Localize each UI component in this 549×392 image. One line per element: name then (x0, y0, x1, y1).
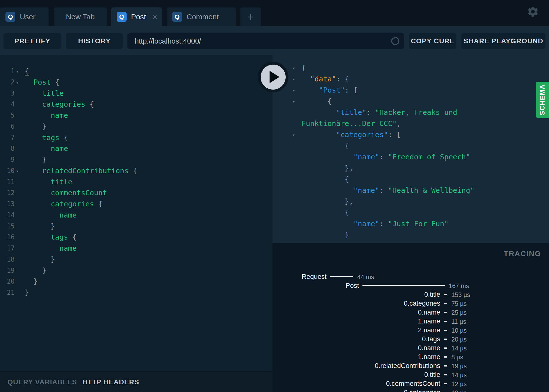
trace-field-label: 0.title (424, 370, 440, 379)
code-token: { (129, 167, 137, 175)
code-token: "name" (354, 186, 380, 195)
endpoint-url-input[interactable] (127, 33, 404, 49)
plus-icon: + (247, 10, 254, 24)
line-number: 5 (0, 110, 15, 121)
prettify-button[interactable]: PRETTIFY (3, 33, 61, 49)
line-number: 16 (0, 232, 15, 243)
line-number: 4 (0, 99, 15, 110)
copy-curl-button[interactable]: COPY CURL (409, 33, 456, 49)
code-token: "name" (354, 220, 380, 228)
code-token: } (25, 277, 38, 286)
execute-query-button[interactable] (258, 62, 288, 92)
fold-arrow-icon[interactable]: ▾ (292, 74, 295, 85)
code-token: } (25, 155, 46, 164)
query-editor[interactable]: 1▾{2▾ Post {3 title4 categories {5 name6… (0, 55, 273, 371)
endpoint-url-box (127, 33, 404, 49)
code-token: } (25, 266, 46, 275)
trace-row: Post167 ms (273, 281, 549, 290)
response-line: ▾ "Post": [ (273, 85, 549, 96)
tab-comment[interactable]: QComment (167, 7, 236, 26)
query-code: } (25, 265, 46, 276)
query-code: relatedContributions { (25, 165, 137, 176)
response-line: ] (273, 241, 549, 243)
query-badge: Q (117, 12, 127, 22)
query-code: } (25, 287, 29, 298)
fold-arrow-icon[interactable]: ▾ (292, 96, 295, 107)
new-tab-button[interactable]: + (240, 7, 261, 26)
tab-post[interactable]: QPost× (111, 7, 162, 26)
code-token (25, 244, 59, 252)
code-token: "data" (310, 75, 336, 83)
tab-new-tab[interactable]: New Tab (54, 7, 107, 26)
toolbar: PRETTIFY HISTORY COPY CURL SHARE PLAYGRO… (0, 26, 549, 55)
trace-duration-bar (330, 276, 353, 277)
schema-sidebar-tab[interactable]: SCHEMA (536, 82, 549, 118)
code-token: : { (336, 75, 349, 83)
query-code: name (25, 143, 68, 154)
settings-button[interactable] (527, 5, 539, 18)
reload-schema-button[interactable] (389, 35, 401, 47)
trace-duration-value: 8 µs (451, 353, 463, 362)
code-token: { (94, 200, 103, 208)
fold-arrow-icon[interactable]: ▾ (16, 66, 19, 77)
code-token: title (42, 89, 64, 98)
response-line: "name": "Just For Fun" (273, 218, 549, 229)
trace-tick-bar (444, 321, 447, 322)
trace-tick-bar (444, 330, 447, 331)
trace-row: 0.name14 µs (273, 343, 549, 352)
trace-duration-value: 12 µs (451, 379, 467, 388)
fold-arrow-icon[interactable]: ▾ (16, 77, 19, 88)
code-token: }, (302, 197, 354, 206)
trace-duration-value: 20 µs (451, 335, 467, 344)
fold-arrow-icon[interactable]: ▾ (292, 63, 295, 74)
tracing-panel: TRACING Request44 msPost167 ms0.title153… (273, 243, 549, 392)
query-line: 12 commentsCount (0, 187, 273, 198)
history-button[interactable]: HISTORY (66, 33, 123, 49)
code-token: { (302, 97, 332, 105)
query-code: name (25, 110, 68, 121)
query-line: 4 categories { (0, 99, 273, 110)
code-token: { (59, 133, 68, 142)
code-token: : [ (345, 86, 358, 94)
tab-user[interactable]: QUser (0, 7, 49, 26)
line-number: 15 (0, 221, 15, 232)
code-token: "Health & Wellbeing" (388, 186, 474, 195)
line-number: 2 (0, 77, 15, 88)
trace-duration-value: 10 µs (451, 326, 467, 335)
code-token: "Hacker, Freaks und (375, 108, 457, 117)
line-number: 6 (0, 121, 15, 132)
query-line: 18 } (0, 254, 273, 265)
query-code: } (25, 254, 55, 265)
code-token: categories (51, 200, 94, 208)
trace-duration-value: 14 µs (451, 344, 467, 353)
query-variables-tab[interactable]: QUERY VARIABLES (7, 378, 77, 386)
response-code: "name": "Health & Wellbeing" (302, 185, 474, 196)
response-code: ] (302, 241, 332, 243)
code-token: tags (51, 233, 68, 241)
code-token: commentsCount (51, 189, 107, 197)
response-code: Funktionäre...Der CCC", (302, 118, 401, 129)
line-number: 7 (0, 132, 15, 143)
trace-duration-value: 14 µs (451, 370, 467, 379)
fold-arrow-icon[interactable]: ▾ (292, 85, 295, 96)
close-icon[interactable]: × (152, 13, 157, 21)
query-badge: Q (5, 12, 15, 22)
response-line: "name": "Freedom of Speech" (273, 151, 549, 163)
code-token (302, 220, 354, 228)
fold-arrow-icon[interactable]: ▾ (16, 166, 19, 177)
line-number: 18 (0, 254, 15, 265)
code-token: relatedContributions (42, 167, 129, 175)
http-headers-tab[interactable]: HTTP HEADERS (82, 378, 139, 386)
fold-arrow-icon[interactable]: ▾ (292, 129, 295, 141)
trace-field-label: 0.name (418, 343, 440, 352)
trace-row: 0.categories13 µs (273, 388, 549, 392)
play-icon (270, 71, 279, 83)
code-token (25, 100, 42, 108)
code-token: { (302, 64, 306, 72)
share-playground-button[interactable]: SHARE PLAYGROUND (461, 33, 546, 49)
response-code: "categories": [ (302, 129, 401, 140)
tab-label: Post (131, 13, 146, 21)
gear-icon (527, 5, 539, 18)
graphql-playground-window: QUserNew TabQPost×QComment + PRETTIFY HI… (0, 0, 549, 392)
query-code: name (25, 210, 77, 221)
